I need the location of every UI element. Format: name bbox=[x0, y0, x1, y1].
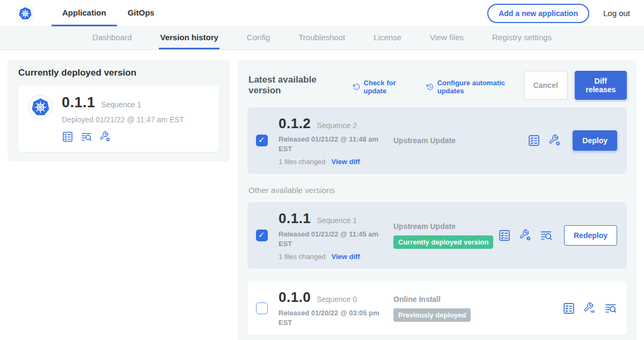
subtab-registry-settings-label: Registry settings bbox=[492, 33, 552, 42]
subtab-license-label: License bbox=[374, 33, 401, 42]
tab-gitops[interactable]: GitOps bbox=[117, 0, 165, 26]
edit-config-icon[interactable] bbox=[99, 131, 111, 143]
subtab-config-label: Config bbox=[247, 33, 270, 42]
panel-header-actions: Cancel Diff releases bbox=[524, 71, 627, 100]
main-content: Currently deployed version 0.1.1 Sequenc… bbox=[0, 50, 644, 340]
app-logo[interactable] bbox=[0, 0, 42, 26]
version-source: Online Install Previously deployed bbox=[392, 295, 562, 322]
source-label: Online Install bbox=[393, 295, 562, 304]
version-row-0-1-2: 0.1.2 Sequence 2 Released 01/21/22 @ 11:… bbox=[247, 107, 627, 174]
kubernetes-icon bbox=[16, 4, 34, 23]
deployed-version-details: 0.1.1 Sequence 1 Deployed 01/21/22 @ 11:… bbox=[62, 94, 184, 143]
refresh-icon bbox=[353, 83, 360, 91]
version-row-0-1-1: 0.1.1 Sequence 1 Released 01/21/22 @ 11:… bbox=[247, 202, 627, 269]
top-nav: Application GitOps Add a new application… bbox=[0, 0, 644, 27]
deployed-app-logo bbox=[28, 94, 53, 143]
deploy-logs-icon[interactable] bbox=[80, 131, 92, 143]
subtab-troubleshoot[interactable]: Troubleshoot bbox=[297, 27, 346, 49]
version-source: Upstream Update Currently deployed versi… bbox=[392, 222, 498, 249]
version-row-0-1-0: 0.1.0 Sequence 0 Released 01/20/22 @ 03:… bbox=[247, 281, 627, 335]
version-sequence: Sequence 0 bbox=[317, 295, 357, 304]
deploy-logs-icon[interactable] bbox=[540, 229, 553, 242]
version-info: 0.1.1 Sequence 1 Released 01/21/22 @ 11:… bbox=[279, 210, 392, 261]
clock-refresh-icon bbox=[426, 83, 434, 91]
view-diff-link[interactable]: View diff bbox=[331, 253, 360, 261]
admin-console: Application GitOps Add a new application… bbox=[0, 0, 644, 340]
released-timestamp: Released 01/21/22 @ 11:48 am EST bbox=[279, 135, 383, 153]
preflight-checks-icon[interactable] bbox=[562, 302, 575, 315]
version-sequence: Sequence 2 bbox=[317, 121, 357, 130]
previously-deployed-badge: Previously deployed bbox=[393, 308, 471, 322]
view-diff-link[interactable]: View diff bbox=[331, 158, 360, 166]
tab-application[interactable]: Application bbox=[52, 0, 117, 26]
check-for-update-link[interactable]: Check for update bbox=[353, 79, 414, 95]
version-info: 0.1.0 Sequence 0 Released 01/20/22 @ 03:… bbox=[279, 289, 392, 327]
deployed-sequence: Sequence 1 bbox=[101, 100, 142, 109]
version-actions: Deploy bbox=[528, 130, 618, 151]
edit-config-icon[interactable] bbox=[548, 134, 561, 147]
source-label: Upstream Update bbox=[393, 222, 498, 231]
deployed-version-box: 0.1.1 Sequence 1 Deployed 01/21/22 @ 11:… bbox=[18, 85, 219, 152]
cancel-button[interactable]: Cancel bbox=[524, 71, 568, 100]
latest-version-title: Latest available version bbox=[248, 75, 341, 96]
app-tabs: Application GitOps bbox=[52, 0, 165, 26]
subtab-dashboard-label: Dashboard bbox=[92, 33, 131, 42]
deployed-timestamp: Deployed 01/21/22 @ 11:47 am EST bbox=[62, 115, 184, 124]
version-number: 0.1.0 bbox=[279, 289, 311, 306]
deployed-action-icons bbox=[62, 131, 184, 143]
files-changed: 1 files changed bbox=[279, 253, 325, 261]
subtab-config[interactable]: Config bbox=[246, 27, 271, 49]
subtab-license[interactable]: License bbox=[372, 27, 402, 49]
top-nav-right: Add a new application Log out bbox=[487, 0, 644, 26]
deployed-card-title: Currently deployed version bbox=[18, 68, 219, 78]
subtab-registry-settings[interactable]: Registry settings bbox=[491, 27, 553, 49]
subtab-version-history-label: Version history bbox=[160, 33, 218, 42]
preflight-checks-icon[interactable] bbox=[528, 134, 540, 147]
version-sequence: Sequence 1 bbox=[317, 216, 357, 225]
deploy-logs-icon[interactable] bbox=[604, 302, 617, 315]
released-timestamp: Released 01/21/22 @ 11:45 am EST bbox=[279, 230, 383, 248]
deployed-version-number: 0.1.1 bbox=[62, 94, 96, 111]
sub-nav: Dashboard Version history Config Trouble… bbox=[0, 27, 644, 50]
deploy-button[interactable]: Deploy bbox=[573, 130, 617, 151]
subtab-view-files-label: View files bbox=[430, 33, 464, 42]
tab-application-label: Application bbox=[62, 8, 106, 17]
version-checkbox[interactable] bbox=[256, 302, 268, 314]
redeploy-button[interactable]: Redeploy bbox=[564, 225, 617, 246]
version-source: Upstream Update bbox=[392, 136, 528, 145]
version-actions bbox=[562, 302, 618, 315]
version-number: 0.1.2 bbox=[279, 115, 311, 132]
check-for-update-label: Check for update bbox=[364, 79, 415, 95]
files-changed: 1 files changed bbox=[279, 158, 325, 166]
version-info: 0.1.2 Sequence 2 Released 01/21/22 @ 11:… bbox=[279, 115, 392, 166]
subtab-version-history[interactable]: Version history bbox=[159, 27, 219, 49]
preflight-checks-icon[interactable] bbox=[62, 131, 74, 143]
configure-auto-updates-label: Configure automatic updates bbox=[437, 79, 524, 95]
version-number: 0.1.1 bbox=[279, 210, 311, 227]
currently-deployed-card: Currently deployed version 0.1.1 Sequenc… bbox=[8, 60, 230, 161]
other-versions-label: Other available versions bbox=[248, 186, 627, 195]
view-config-icon[interactable] bbox=[583, 302, 596, 315]
panel-header: Latest available version Check for updat… bbox=[247, 66, 627, 107]
version-history-panel: Latest available version Check for updat… bbox=[238, 60, 636, 340]
subtab-view-files[interactable]: View files bbox=[429, 27, 465, 49]
diff-releases-button[interactable]: Diff releases bbox=[575, 71, 627, 100]
source-label: Upstream Update bbox=[393, 136, 528, 145]
tab-gitops-label: GitOps bbox=[128, 8, 155, 17]
subtab-dashboard[interactable]: Dashboard bbox=[91, 27, 133, 49]
edit-config-icon[interactable] bbox=[519, 229, 532, 242]
currently-deployed-badge: Currently deployed version bbox=[393, 235, 493, 249]
logout-link[interactable]: Log out bbox=[603, 9, 630, 18]
version-actions: Redeploy bbox=[498, 225, 618, 246]
version-checkbox[interactable] bbox=[256, 230, 268, 241]
add-application-button[interactable]: Add a new application bbox=[487, 4, 589, 23]
kubernetes-icon bbox=[28, 94, 53, 120]
configure-auto-updates-link[interactable]: Configure automatic updates bbox=[426, 79, 523, 95]
preflight-checks-icon[interactable] bbox=[498, 229, 511, 242]
version-checkbox[interactable] bbox=[256, 135, 268, 146]
subtab-troubleshoot-label: Troubleshoot bbox=[298, 33, 345, 42]
released-timestamp: Released 01/20/22 @ 03:05 pm EST bbox=[279, 308, 383, 327]
